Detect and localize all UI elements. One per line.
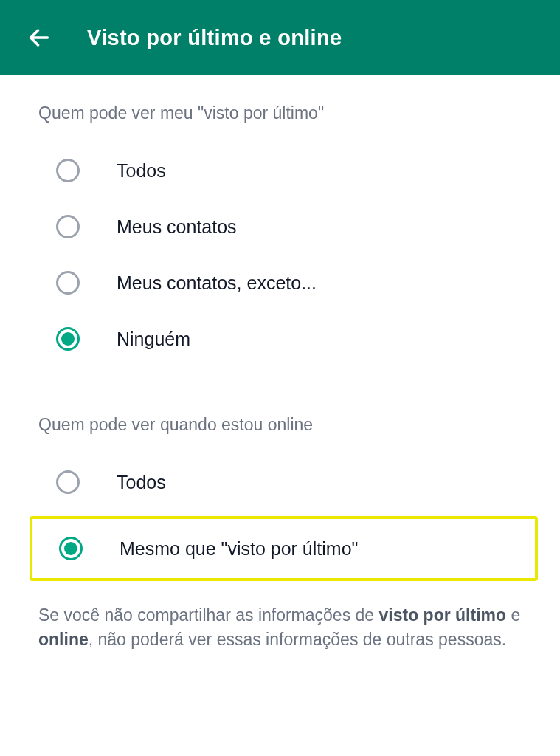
radio-label: Meus contatos [117, 216, 237, 238]
footer-info-text: Se você não compartilhar as informações … [0, 603, 560, 653]
footer-bold-1: visto por último [379, 605, 507, 625]
content-area: Quem pode ver meu "visto por último" Tod… [0, 75, 560, 653]
back-icon[interactable] [27, 25, 52, 50]
footer-prefix: Se você não compartilhar as informações … [38, 605, 379, 625]
radio-icon [56, 215, 80, 238]
radio-group-online: Todos [0, 454, 560, 516]
footer-mid: e [506, 605, 520, 625]
footer-bold-2: online [38, 630, 89, 649]
radio-icon [56, 271, 80, 295]
radio-label: Todos [117, 160, 166, 182]
radio-option-same-as-last-seen[interactable]: Mesmo que "visto por último" [59, 529, 535, 568]
radio-icon [56, 159, 80, 182]
radio-icon-selected [59, 537, 83, 560]
radio-group-last-seen: Todos Meus contatos Meus contatos, excet… [0, 142, 560, 367]
app-header: Visto por último e online [0, 0, 560, 75]
radio-icon-selected [56, 327, 80, 351]
section-title-online: Quem pode ver quando estou online [0, 415, 560, 435]
radio-option-contacts-except[interactable]: Meus contatos, exceto... [56, 255, 522, 311]
section-divider [0, 391, 560, 391]
radio-icon [56, 470, 80, 494]
radio-label: Mesmo que "visto por último" [120, 538, 358, 560]
radio-label: Meus contatos, exceto... [117, 272, 317, 294]
section-title-last-seen: Quem pode ver meu "visto por último" [0, 103, 560, 123]
radio-label: Todos [117, 472, 166, 493]
radio-option-online-everyone[interactable]: Todos [56, 454, 522, 510]
radio-option-contacts[interactable]: Meus contatos [56, 199, 522, 255]
page-title: Visto por último e online [87, 26, 342, 50]
radio-option-nobody[interactable]: Ninguém [56, 311, 522, 367]
footer-suffix: , não poderá ver essas informações de ou… [89, 630, 506, 649]
radio-option-everyone[interactable]: Todos [56, 142, 522, 199]
radio-label: Ninguém [117, 329, 190, 350]
highlighted-option: Mesmo que "visto por último" [30, 516, 538, 581]
section-online: Quem pode ver quando estou online Todos … [0, 415, 560, 581]
